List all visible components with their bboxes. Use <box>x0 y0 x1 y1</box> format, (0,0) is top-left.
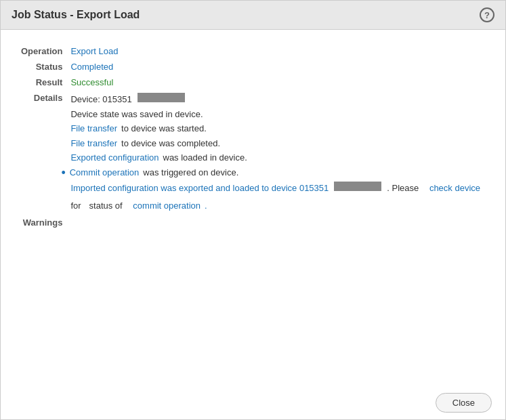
detail-line-6: Imported configuration was exported and … <box>70 182 485 212</box>
detail-line-5: • Commit operation was triggered on devi… <box>70 166 485 181</box>
device-prefix-text: Device: 015351 <box>70 93 131 106</box>
warnings-value <box>70 215 485 230</box>
status-value: Completed <box>70 59 485 75</box>
dialog-header: Job Status - Export Load ? <box>1 1 505 30</box>
info-table: Operation Export Load Status Completed R… <box>21 43 485 230</box>
detail-text-6d: for <box>70 199 81 213</box>
detail-text-1: Device state was saved in device. <box>70 108 203 121</box>
bullet-dot: • <box>61 166 65 181</box>
detail-text-6f: commit operation <box>133 199 201 213</box>
details-value: Device: 015351 Device state was saved in… <box>70 90 485 215</box>
detail-text-2a: File transfer <box>70 122 117 135</box>
help-icon[interactable]: ? <box>480 7 494 22</box>
detail-device-line: Device: 015351 <box>70 93 485 106</box>
detail-text-6a: Imported configuration was exported and … <box>70 182 329 195</box>
detail-text-6e: status of <box>89 199 123 213</box>
dialog-title: Job Status - Export Load <box>12 9 140 21</box>
detail-line-4: Exported configuration was loaded in dev… <box>70 151 485 165</box>
detail-text-4a: Exported configuration <box>70 151 159 165</box>
result-value: Successful <box>70 75 485 90</box>
dialog-footer: Close <box>1 386 505 419</box>
redacted-device-id <box>138 93 185 102</box>
operation-value: Export Load <box>70 43 485 59</box>
operation-label: Operation <box>21 43 70 59</box>
detail-line-3: File transfer to device was completed. <box>70 137 485 150</box>
details-container: Device: 015351 Device state was saved in… <box>70 93 485 212</box>
detail-text-5b: was triggered on device. <box>143 166 238 180</box>
detail-text-6g: . <box>205 199 207 213</box>
details-label: Details <box>21 90 70 215</box>
close-button[interactable]: Close <box>436 393 492 413</box>
redacted-device-id-2 <box>334 182 381 191</box>
detail-line-2: File transfer to device was started. <box>70 122 485 135</box>
detail-text-6space1 <box>423 182 425 195</box>
operation-row: Operation Export Load <box>21 43 485 59</box>
detail-text-2b: to device was started. <box>121 122 207 135</box>
job-status-dialog: Job Status - Export Load ? Operation Exp… <box>0 0 506 420</box>
detail-text-6c: check device <box>429 182 480 195</box>
status-row: Status Completed <box>21 59 485 75</box>
details-row: Details Device: 015351 Device state was … <box>21 90 485 215</box>
detail-text-6space2 <box>127 199 129 213</box>
warnings-label: Warnings <box>21 215 70 230</box>
detail-text-6b: . Please <box>387 182 419 195</box>
detail-text-5a: Commit operation <box>70 166 140 180</box>
status-label: Status <box>21 59 70 75</box>
detail-text-4b: was loaded in device. <box>163 151 247 165</box>
result-row: Result Successful <box>21 75 485 90</box>
detail-text-3a: File transfer <box>70 137 117 150</box>
result-label: Result <box>21 75 70 90</box>
warnings-row: Warnings <box>21 215 485 230</box>
dialog-body: Operation Export Load Status Completed R… <box>1 30 505 386</box>
detail-text-3b: to device was completed. <box>121 137 220 150</box>
detail-line-1: Device state was saved in device. <box>70 108 485 121</box>
